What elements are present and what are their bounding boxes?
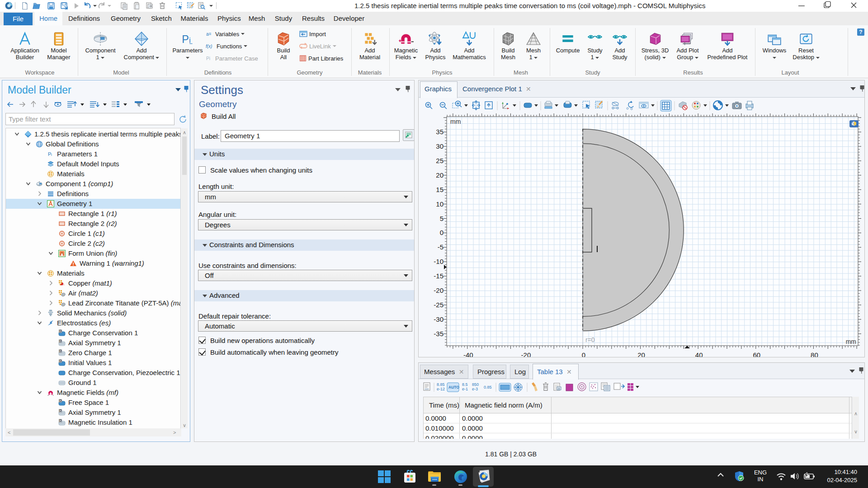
svg-text:e-12: e-12 <box>437 387 445 391</box>
svg-text:r=0: r=0 <box>585 336 595 343</box>
svg-text:8.85: 8.85 <box>437 382 445 387</box>
svg-text:20: 20 <box>637 351 645 357</box>
svg-text:f(x): f(x) <box>206 44 212 49</box>
svg-text:-40: -40 <box>463 351 473 357</box>
svg-text:mm: mm <box>450 118 461 125</box>
svg-text:-15: -15 <box>434 272 443 280</box>
svg-text:-20: -20 <box>521 351 531 357</box>
svg-text:-5: -5 <box>438 243 443 251</box>
svg-text:-10: -10 <box>434 258 443 265</box>
svg-text:5: 5 <box>440 215 443 222</box>
svg-text:-20: -20 <box>434 286 443 294</box>
svg-text:AUTO: AUTO <box>448 385 459 389</box>
svg-text:60: 60 <box>753 351 760 357</box>
svg-text:mm: mm <box>846 338 856 345</box>
svg-text:0.85: 0.85 <box>484 385 492 389</box>
svg-text:40: 40 <box>695 351 703 357</box>
svg-text:-35: -35 <box>434 330 443 338</box>
svg-text:15: 15 <box>436 186 443 193</box>
svg-text:-25: -25 <box>434 301 443 309</box>
svg-text:30: 30 <box>436 142 443 150</box>
svg-text:Pi: Pi <box>206 56 210 61</box>
svg-text:P: P <box>182 33 189 45</box>
svg-text:35: 35 <box>436 128 443 136</box>
svg-text:8.5: 8.5 <box>462 382 468 387</box>
svg-text:10: 10 <box>436 200 443 208</box>
svg-text:80: 80 <box>811 351 818 357</box>
svg-text:25: 25 <box>436 157 443 164</box>
svg-text:0: 0 <box>440 229 443 236</box>
svg-text:20: 20 <box>436 171 443 179</box>
svg-text:e-3: e-3 <box>472 387 478 391</box>
svg-text:-30: -30 <box>434 315 443 323</box>
svg-text:a=: a= <box>206 32 212 37</box>
svg-text:0: 0 <box>582 351 585 357</box>
svg-text:e-1: e-1 <box>462 387 468 391</box>
svg-text:i: i <box>189 37 191 44</box>
svg-text:850: 850 <box>472 382 479 387</box>
